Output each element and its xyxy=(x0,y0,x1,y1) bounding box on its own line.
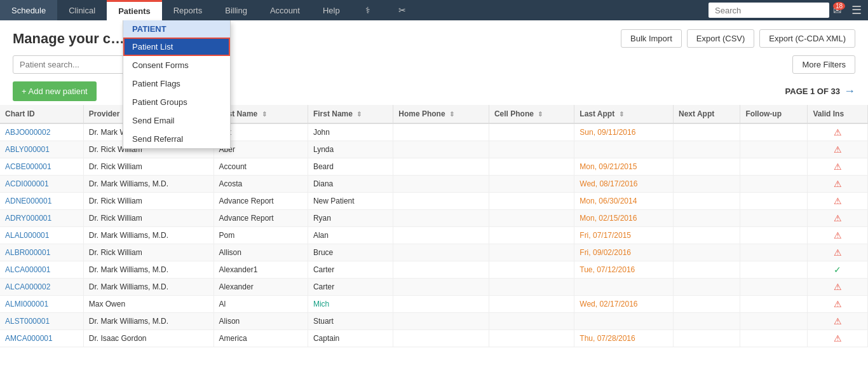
cell-cell-phone xyxy=(489,141,574,158)
sort-cell-phone-icon: ⇕ xyxy=(538,111,543,118)
cell-followup xyxy=(740,193,808,210)
cell-last-name: Acosta xyxy=(214,176,308,193)
nav-patients[interactable]: Patients xyxy=(107,0,162,20)
chart-id-link[interactable]: ABJO000002 xyxy=(5,128,50,137)
col-chart-id[interactable]: Chart ID xyxy=(0,105,83,123)
cell-valid-ins: ⚠ xyxy=(808,227,868,244)
valid-ins-warning-icon: ⚠ xyxy=(834,333,842,343)
cell-last-appt xyxy=(574,313,674,330)
nav-special1[interactable]: ⚕ xyxy=(354,0,382,20)
cell-home-phone xyxy=(393,261,489,279)
cell-next-appt xyxy=(673,227,740,244)
cell-last-appt xyxy=(574,279,674,296)
col-followup[interactable]: Follow-up xyxy=(740,105,808,123)
cell-last-appt: Mon, 02/15/2016 xyxy=(574,210,674,227)
cell-home-phone xyxy=(393,296,489,313)
cell-followup xyxy=(740,123,808,141)
dropdown-item-send-email[interactable]: Send Email xyxy=(123,111,230,130)
cell-valid-ins: ⚠ xyxy=(808,141,868,158)
col-cell-phone[interactable]: Cell Phone ⇕ xyxy=(489,105,574,123)
chart-id-link[interactable]: ALBR000001 xyxy=(5,248,50,257)
cell-next-appt xyxy=(673,296,740,313)
cell-chart-id: ALST000001 xyxy=(0,313,83,330)
pagination-next-arrow[interactable]: → xyxy=(844,85,855,98)
cell-chart-id: ABLY000001 xyxy=(0,141,83,158)
table-row[interactable]: ALMI000001 Max Owen Al Mich Wed, 02/17/2… xyxy=(0,296,868,313)
cell-next-appt xyxy=(673,141,740,158)
global-search-input[interactable] xyxy=(709,3,829,18)
dropdown-item-patient-groups[interactable]: Patient Groups xyxy=(123,93,230,111)
cell-provider: Dr. Rick William xyxy=(83,193,214,210)
dropdown-item-patient-flags[interactable]: Patient Flags xyxy=(123,74,230,93)
cell-home-phone xyxy=(393,227,489,244)
valid-ins-warning-icon: ⚠ xyxy=(834,247,842,258)
cell-first-name: New Patient xyxy=(308,193,393,210)
chart-id-link[interactable]: ADNE000001 xyxy=(5,197,51,205)
nav-special2[interactable]: ✂ xyxy=(387,0,417,20)
chart-id-link[interactable]: ABLY000001 xyxy=(5,145,50,154)
more-filters-button[interactable]: More Filters xyxy=(792,55,855,74)
table-row[interactable]: ACBE000001 Dr. Rick William Account Bear… xyxy=(0,158,868,176)
cell-chart-id: ALCA000001 xyxy=(0,261,83,279)
table-row[interactable]: ALBR000001 Dr. Rick William Allison Bruc… xyxy=(0,244,868,261)
table-row[interactable]: ALST000001 Dr. Mark Williams, M.D. Aliso… xyxy=(0,313,868,330)
chart-id-link[interactable]: ADRY000001 xyxy=(5,214,51,223)
dropdown-item-patient-list[interactable]: Patient List xyxy=(123,38,230,56)
table-row[interactable]: ALCA000001 Dr. Mark Williams, M.D. Alexa… xyxy=(0,261,868,279)
chart-id-link[interactable]: ACDI000001 xyxy=(5,179,49,188)
notification-badge: 18 xyxy=(833,2,845,10)
table-row[interactable]: ADRY000001 Dr. Rick William Advance Repo… xyxy=(0,210,868,227)
col-cell-phone-label: Cell Phone xyxy=(494,109,534,118)
bulk-import-button[interactable]: Bulk Import xyxy=(621,29,682,48)
valid-ins-check-icon: ✓ xyxy=(834,265,841,275)
col-last-appt[interactable]: Last Appt ⇕ xyxy=(574,105,674,123)
cell-followup xyxy=(740,141,808,158)
nav-billing[interactable]: Billing xyxy=(214,0,259,20)
cell-cell-phone xyxy=(489,123,574,141)
chart-id-link[interactable]: AMCA000001 xyxy=(5,334,53,343)
top-nav: Schedule Clinical Patients Reports Billi… xyxy=(0,0,868,20)
chart-id-link[interactable]: ALMI000001 xyxy=(5,300,48,308)
notification-bell[interactable]: ✉ 18 xyxy=(833,4,841,17)
hamburger-menu[interactable]: ☰ xyxy=(851,3,862,17)
col-provider-label: Provider xyxy=(89,109,120,118)
table-body: ABJO000002 Dr. Mark Williams, M.D. test … xyxy=(0,123,868,347)
cell-provider: Max Owen xyxy=(83,296,214,313)
add-patient-button[interactable]: + Add new patient xyxy=(13,81,97,101)
page-title: Manage your c…s xyxy=(13,31,132,47)
cell-cell-phone xyxy=(489,330,574,347)
table-row[interactable]: ALAL000001 Dr. Mark Williams, M.D. Pom A… xyxy=(0,227,868,244)
table-row[interactable]: ALCA000002 Dr. Mark Williams, M.D. Alexa… xyxy=(0,279,868,296)
chart-id-link[interactable]: ALCA000002 xyxy=(5,282,50,291)
chart-id-link[interactable]: ACBE000001 xyxy=(5,162,51,171)
header-buttons: Bulk Import Export (CSV) Export (C-CDA X… xyxy=(621,29,855,48)
cell-last-appt: Sun, 09/11/2016 xyxy=(574,123,674,141)
col-next-appt[interactable]: Next Appt xyxy=(673,105,740,123)
chart-id-link[interactable]: ALAL000001 xyxy=(5,231,49,240)
col-home-phone[interactable]: Home Phone ⇕ xyxy=(393,105,489,123)
nav-reports[interactable]: Reports xyxy=(162,0,214,20)
nav-help[interactable]: Help xyxy=(311,0,351,20)
dropdown-item-consent-forms[interactable]: Consent Forms xyxy=(123,56,230,74)
col-first-name[interactable]: First Name ⇕ xyxy=(308,105,393,123)
cell-first-name: John xyxy=(308,123,393,141)
table-row[interactable]: AMCA000001 Dr. Isaac Gordon America Capt… xyxy=(0,330,868,347)
sort-last-name-icon: ⇕ xyxy=(262,111,267,118)
chart-id-link[interactable]: ALCA000001 xyxy=(5,265,50,274)
dropdown-item-send-referral[interactable]: Send Referral xyxy=(123,130,230,148)
export-csv-button[interactable]: Export (CSV) xyxy=(687,29,755,48)
cell-cell-phone xyxy=(489,158,574,176)
export-ccdaxml-button[interactable]: Export (C-CDA XML) xyxy=(759,29,855,48)
col-valid-ins[interactable]: Valid Ins xyxy=(808,105,868,123)
cell-valid-ins: ✓ xyxy=(808,261,868,279)
table-row[interactable]: ADNE000001 Dr. Rick William Advance Repo… xyxy=(0,193,868,210)
cell-last-name: Advance Report xyxy=(214,193,308,210)
cell-chart-id: ALAL000001 xyxy=(0,227,83,244)
chart-id-link[interactable]: ALST000001 xyxy=(5,317,50,326)
nav-account[interactable]: Account xyxy=(259,0,311,20)
nav-schedule[interactable]: Schedule xyxy=(0,0,57,20)
valid-ins-warning-icon: ⚠ xyxy=(834,282,842,292)
nav-clinical[interactable]: Clinical xyxy=(57,0,107,20)
table-row[interactable]: ACDI000001 Dr. Mark Williams, M.D. Acost… xyxy=(0,176,868,193)
cell-first-name: Captain xyxy=(308,330,393,347)
